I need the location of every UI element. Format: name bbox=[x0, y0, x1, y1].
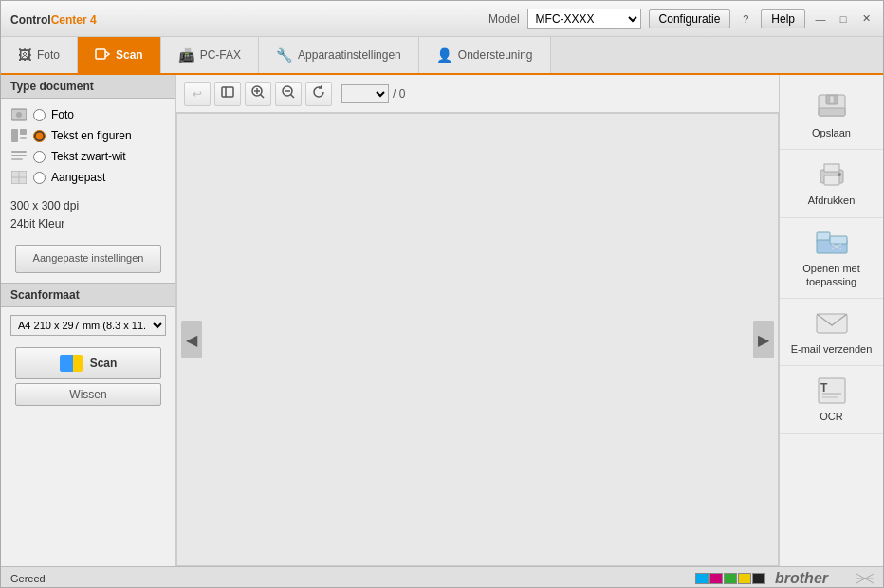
doctype-tekst-zwart-radio[interactable] bbox=[33, 151, 46, 163]
right-panel: Opslaan Afdrukken bbox=[779, 75, 883, 566]
scanformat-title: Scanformaat bbox=[1, 284, 175, 307]
custom-settings-button[interactable]: Aangepaste instellingen bbox=[15, 245, 161, 272]
model-label: Model bbox=[488, 12, 520, 26]
doctype-tekst-figuren-radio[interactable] bbox=[33, 130, 46, 142]
email-icon bbox=[815, 308, 849, 339]
doctype-tekst-figuren-label: Tekst en figuren bbox=[51, 129, 132, 142]
titlebar: ControlCenter 4 Model MFC-XXXX Configura… bbox=[1, 1, 883, 37]
type-document-title: Type document bbox=[1, 75, 175, 99]
svg-rect-31 bbox=[830, 236, 847, 244]
doc-type-foto[interactable]: Foto bbox=[10, 106, 166, 123]
afdrukken-label: Afdrukken bbox=[808, 193, 856, 207]
zoom-in-button[interactable] bbox=[245, 82, 271, 106]
tab-scan[interactable]: Scan bbox=[78, 37, 161, 73]
openen-icon bbox=[815, 228, 849, 258]
opslaan-icon bbox=[815, 92, 849, 122]
close-button[interactable]: ✕ bbox=[858, 11, 874, 27]
svg-point-28 bbox=[838, 173, 841, 176]
svg-rect-12 bbox=[222, 87, 233, 97]
foto-type-icon bbox=[10, 106, 28, 123]
svg-line-15 bbox=[261, 95, 265, 99]
wissen-button[interactable]: Wissen bbox=[15, 383, 161, 406]
minimize-button[interactable]: — bbox=[813, 11, 828, 27]
tab-foto-label: Foto bbox=[37, 48, 60, 62]
tab-bar: 🖼 Foto Scan 📠 PC-FAX 🔧 Apparaatinstellin… bbox=[1, 37, 883, 75]
action-ocr[interactable]: T OCR bbox=[780, 366, 883, 433]
doc-type-aangepast[interactable]: Aangepast bbox=[10, 169, 166, 186]
statusbar: Gereed brother bbox=[1, 566, 883, 588]
ink-green bbox=[724, 573, 737, 584]
svg-point-2 bbox=[16, 112, 22, 118]
svg-rect-24 bbox=[830, 96, 834, 103]
scan-button[interactable]: Scan bbox=[15, 347, 161, 379]
action-opslaan[interactable]: Opslaan bbox=[780, 83, 883, 150]
dpi-info: 300 x 300 dpi bbox=[10, 197, 166, 215]
doctype-foto-label: Foto bbox=[51, 108, 74, 121]
question-button[interactable]: ? bbox=[738, 11, 753, 27]
page-select: / 0 bbox=[341, 84, 405, 103]
status-text: Gereed bbox=[10, 573, 46, 584]
ink-indicators bbox=[695, 573, 765, 584]
ink-black bbox=[752, 573, 765, 584]
apparaat-tab-icon: 🔧 bbox=[276, 47, 292, 63]
restore-button[interactable]: □ bbox=[836, 11, 851, 27]
openen-label: Openen met toepassing bbox=[787, 262, 875, 289]
undo-button[interactable]: ↩ bbox=[184, 82, 211, 106]
email-label: E-mail verzenden bbox=[791, 342, 873, 356]
doctype-aangepast-radio[interactable] bbox=[33, 172, 46, 184]
refresh-button[interactable] bbox=[305, 82, 332, 106]
preview-area: ◀ ▶ bbox=[176, 113, 779, 566]
next-page-button[interactable]: ▶ bbox=[753, 321, 774, 358]
zoom-out-icon bbox=[281, 84, 296, 102]
svg-rect-5 bbox=[20, 137, 27, 139]
title-four: 4 bbox=[87, 13, 97, 27]
doctype-foto-radio[interactable] bbox=[33, 109, 46, 121]
prev-page-button[interactable]: ◀ bbox=[181, 321, 202, 358]
doc-type-list: Foto Tekst en figuren Tekst zwart-wit bbox=[1, 99, 175, 193]
doctype-aangepast-label: Aangepast bbox=[51, 171, 105, 184]
svg-rect-0 bbox=[96, 49, 105, 59]
config-button[interactable]: Configuratie bbox=[649, 9, 731, 28]
ink-yellow bbox=[738, 573, 751, 584]
action-openen[interactable]: Openen met toepassing bbox=[780, 218, 883, 300]
action-email[interactable]: E-mail verzenden bbox=[780, 299, 883, 366]
decorative-icon bbox=[856, 572, 874, 585]
svg-rect-27 bbox=[824, 164, 839, 172]
afdrukken-icon bbox=[815, 159, 849, 190]
scan-button-label: Scan bbox=[90, 357, 118, 370]
ink-cyan bbox=[695, 573, 709, 584]
refresh-icon bbox=[311, 84, 326, 102]
page-select-dropdown[interactable] bbox=[341, 84, 389, 103]
ondersteuning-tab-icon: 👤 bbox=[436, 47, 452, 63]
svg-rect-26 bbox=[824, 175, 839, 185]
zoom-out-button[interactable] bbox=[275, 82, 302, 106]
content-area: ↩ bbox=[176, 75, 779, 566]
undo-icon: ↩ bbox=[193, 87, 202, 101]
tab-scan-label: Scan bbox=[116, 48, 143, 62]
tab-foto[interactable]: 🖼 Foto bbox=[1, 37, 78, 73]
fit-icon bbox=[220, 85, 235, 101]
foto-tab-icon: 🖼 bbox=[18, 47, 31, 63]
doc-type-tekst-zwart[interactable]: Tekst zwart-wit bbox=[10, 148, 166, 165]
doc-info: 300 x 300 dpi 24bit Kleur bbox=[1, 193, 175, 241]
action-afdrukken[interactable]: Afdrukken bbox=[780, 150, 883, 217]
brother-logo: brother bbox=[775, 570, 828, 587]
doc-type-tekst-figuren[interactable]: Tekst en figuren bbox=[10, 127, 166, 144]
sidebar: Type document Foto Tekst en figuren bbox=[1, 75, 176, 566]
help-button[interactable]: Help bbox=[761, 9, 805, 28]
ocr-icon: T bbox=[815, 376, 849, 406]
color-info: 24bit Kleur bbox=[10, 215, 166, 233]
tab-pcfax[interactable]: 📠 PC-FAX bbox=[161, 37, 259, 73]
status-right: brother bbox=[695, 570, 874, 587]
main-area: Type document Foto Tekst en figuren bbox=[1, 75, 883, 566]
fit-button[interactable] bbox=[214, 82, 241, 106]
ink-magenta bbox=[709, 573, 723, 584]
tab-apparaat-label: Apparaatinstellingen bbox=[298, 48, 401, 62]
opslaan-label: Opslaan bbox=[812, 126, 851, 139]
model-select[interactable]: MFC-XXXX bbox=[527, 9, 641, 29]
title-center: Center bbox=[51, 13, 87, 27]
scan-format-select[interactable]: A4 210 x 297 mm (8.3 x 11.7 bbox=[10, 315, 166, 336]
toolbar: ↩ bbox=[176, 75, 779, 113]
tab-ondersteuning[interactable]: 👤 Ondersteuning bbox=[419, 37, 551, 73]
tab-apparaat[interactable]: 🔧 Apparaatinstellingen bbox=[259, 37, 419, 73]
